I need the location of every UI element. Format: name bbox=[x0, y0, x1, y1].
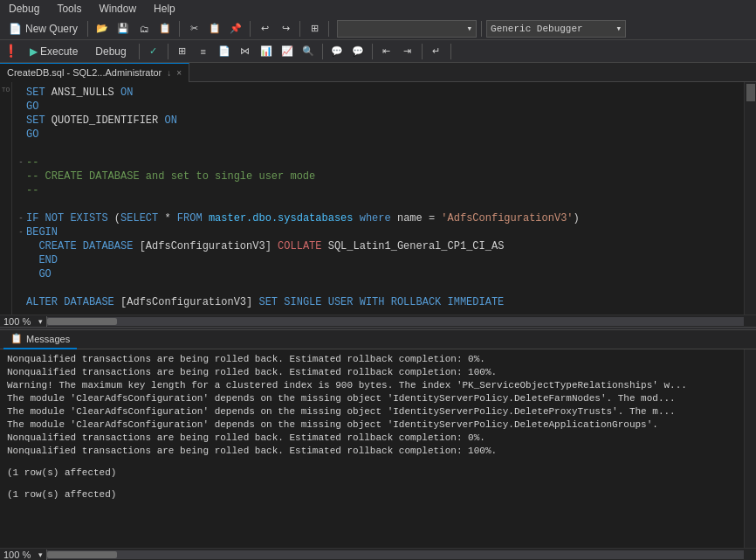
code-text-9 bbox=[26, 197, 740, 211]
toolbar-separator-4 bbox=[299, 21, 300, 37]
code-line-8: -- bbox=[12, 183, 744, 197]
msg-line-2: Nonqualified transactions are being roll… bbox=[7, 366, 737, 379]
msg-line-5: The module 'ClearAdfsConfiguration' depe… bbox=[7, 405, 737, 418]
uncomment[interactable]: 💬 bbox=[348, 42, 368, 61]
copy-button[interactable]: 📋 bbox=[205, 19, 224, 38]
code-text-4: GO bbox=[26, 128, 740, 142]
toolbar-separator-3 bbox=[250, 21, 251, 37]
save-button[interactable]: 💾 bbox=[113, 19, 133, 38]
save-copy-button[interactable]: 📋 bbox=[155, 19, 175, 38]
code-line-6: - -- bbox=[12, 156, 744, 169]
menu-window[interactable]: Window bbox=[93, 1, 141, 17]
msg-line-1: Nonqualified transactions are being roll… bbox=[7, 353, 737, 366]
word-wrap[interactable]: ↵ bbox=[427, 42, 446, 61]
toolbar-separator-6 bbox=[481, 21, 482, 37]
show-io-stats[interactable]: 📈 bbox=[278, 42, 297, 61]
database-dropdown[interactable]: ▾ bbox=[337, 20, 477, 38]
msg-line-3: Warning! The maximum key length for a cl… bbox=[7, 379, 737, 392]
messages-pane[interactable]: Nonqualified transactions are being roll… bbox=[0, 349, 744, 548]
gutter-label: TO bbox=[2, 86, 10, 93]
zoom-dropdown-btn[interactable]: ▾ bbox=[34, 315, 46, 328]
new-query-button[interactable]: 📄 New Query bbox=[3, 21, 83, 37]
code-line-10: - IF NOT EXISTS (SELECT * FROM master.db… bbox=[12, 211, 744, 225]
open-file-button[interactable]: 📂 bbox=[93, 19, 112, 38]
parse-button[interactable]: ✓ bbox=[144, 42, 163, 61]
redo-button[interactable]: ↪ bbox=[276, 19, 295, 38]
menu-bar: Debug Tools Window Help bbox=[0, 0, 756, 17]
toolbar-separator-2 bbox=[179, 21, 180, 37]
code-line-16: ALTER DATABASE [AdfsConfigurationV3] SET… bbox=[12, 295, 744, 309]
code-line-12: CREATE DATABASE [AdfsConfigurationV3] CO… bbox=[12, 239, 744, 253]
save-all-button[interactable]: 🗂 bbox=[134, 19, 154, 38]
fold-10[interactable]: - bbox=[16, 211, 26, 225]
exec-sep-1 bbox=[139, 44, 140, 59]
editor-pane[interactable]: SET ANSI_NULLS ON GO SET Q bbox=[12, 82, 744, 315]
debug-button[interactable]: Debug bbox=[87, 43, 134, 60]
code-text-13: END bbox=[26, 253, 740, 267]
menu-debug[interactable]: Debug bbox=[3, 1, 45, 17]
scroll-corner bbox=[744, 315, 756, 328]
msg-zoom-dropdown-btn[interactable]: ▾ bbox=[34, 549, 46, 561]
menu-help[interactable]: Help bbox=[148, 1, 181, 17]
msg-line-8: Nonqualified transactions are being roll… bbox=[7, 445, 737, 458]
debugger-dropdown[interactable]: Generic Debugger ▾ bbox=[486, 20, 626, 38]
new-query-label: New Query bbox=[25, 23, 78, 35]
code-text-5 bbox=[26, 142, 740, 156]
editor-section: TO SET ANSI_NULLS ON bbox=[0, 82, 756, 327]
messages-vscrollbar[interactable] bbox=[744, 349, 756, 548]
results-to-grid[interactable]: ⊞ bbox=[173, 42, 192, 61]
code-line-1: SET ANSI_NULLS ON bbox=[12, 86, 744, 100]
undo-button[interactable]: ↩ bbox=[255, 19, 274, 38]
messages-tab-icon: 📋 bbox=[10, 333, 23, 344]
code-text-11: BEGIN bbox=[26, 225, 740, 239]
fold-6[interactable]: - bbox=[16, 156, 26, 169]
debug-label: Debug bbox=[95, 45, 126, 58]
fold-11[interactable]: - bbox=[16, 225, 26, 239]
code-text-1: SET ANSI_NULLS ON bbox=[26, 86, 740, 100]
execute-label: Execute bbox=[40, 45, 78, 58]
increase-indent[interactable]: ⇥ bbox=[398, 42, 417, 61]
vscroll-thumb[interactable] bbox=[746, 84, 755, 101]
show-server-trace[interactable]: 🔍 bbox=[299, 42, 318, 61]
messages-tab-bar: 📋 Messages bbox=[0, 330, 756, 349]
main-split: TO SET ANSI_NULLS ON bbox=[0, 82, 756, 560]
menu-tools[interactable]: Tools bbox=[52, 1, 86, 17]
msg-line-7: Nonqualified transactions are being roll… bbox=[7, 432, 737, 445]
messages-section: 📋 Messages Nonqualified transactions are… bbox=[0, 330, 756, 560]
tab-pin-icon[interactable]: ↓ bbox=[167, 68, 171, 78]
editor-vscrollbar[interactable] bbox=[744, 82, 756, 315]
editor-hscroll-thumb[interactable] bbox=[47, 318, 117, 325]
code-line-7: -- CREATE DATABASE and set to single use… bbox=[12, 169, 744, 183]
messages-tab-label: Messages bbox=[26, 334, 70, 344]
toolbar-separator-5 bbox=[328, 21, 329, 37]
code-line-14: GO bbox=[12, 267, 744, 281]
editor-tab[interactable]: CreateDB.sql - SQL2...Administrator ↓ × bbox=[0, 63, 189, 82]
editor-zoom-label: 100 % bbox=[0, 316, 34, 327]
messages-tab[interactable]: 📋 Messages bbox=[3, 330, 77, 349]
editor-content: SET ANSI_NULLS ON GO SET Q bbox=[12, 82, 744, 313]
messages-text: Nonqualified transactions are being roll… bbox=[0, 349, 744, 505]
fold-gutter: TO bbox=[0, 82, 12, 315]
tab-bar: CreateDB.sql - SQL2...Administrator ↓ × bbox=[0, 63, 756, 82]
comment-out[interactable]: 💬 bbox=[327, 42, 347, 61]
results-to-file[interactable]: 📄 bbox=[215, 42, 234, 61]
msg-line-6: The module 'ClearAdfsConfiguration' depe… bbox=[7, 418, 737, 432]
new-query-icon: 📄 bbox=[9, 23, 22, 35]
properties-button[interactable]: ⊞ bbox=[305, 19, 324, 38]
show-client-stats[interactable]: 📊 bbox=[257, 42, 276, 61]
decrease-indent[interactable]: ⇤ bbox=[377, 42, 396, 61]
messages-hscroll-thumb[interactable] bbox=[47, 551, 117, 558]
results-to-text[interactable]: ≡ bbox=[194, 42, 213, 61]
execute-button[interactable]: ▶ Execute bbox=[22, 43, 86, 60]
msg-blank-1 bbox=[7, 458, 737, 467]
paste-button[interactable]: 📌 bbox=[226, 19, 245, 38]
messages-hscrollbar[interactable] bbox=[47, 550, 744, 559]
exec-sep-2 bbox=[168, 44, 168, 59]
code-text-10: IF NOT EXISTS (SELECT * FROM master.dbo.… bbox=[26, 211, 740, 225]
editor-hscrollbar[interactable] bbox=[47, 317, 744, 326]
cut-button[interactable]: ✂ bbox=[184, 19, 203, 38]
toolbar-separator-1 bbox=[87, 21, 88, 37]
show-exec-plan[interactable]: ⋈ bbox=[236, 42, 255, 61]
exec-sep-3 bbox=[322, 44, 323, 59]
tab-close-button[interactable]: × bbox=[176, 68, 182, 78]
